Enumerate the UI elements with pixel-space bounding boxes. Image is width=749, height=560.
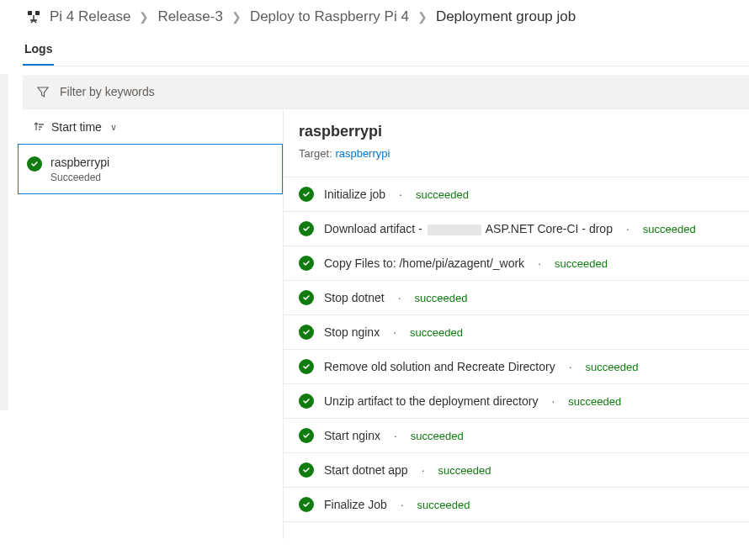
step-row[interactable]: Start nginx·succeeded xyxy=(284,419,749,453)
breadcrumb-item-0[interactable]: Pi 4 Release xyxy=(50,8,130,25)
success-icon xyxy=(299,462,314,478)
step-row[interactable]: Initialize job·succeeded xyxy=(284,177,749,212)
success-icon xyxy=(27,156,42,172)
success-icon xyxy=(299,290,314,305)
step-name: Download artifact - ASP.NET Core-CI - dr… xyxy=(324,222,613,235)
step-row[interactable]: Stop nginx·succeeded xyxy=(284,315,749,350)
step-row[interactable]: Stop dotnet·succeeded xyxy=(284,281,749,315)
separator-dot: · xyxy=(534,256,544,270)
step-name: Remove old solution and Recreate Directo… xyxy=(324,360,555,373)
success-icon xyxy=(299,187,314,202)
target-name: raspberrypi xyxy=(50,155,109,170)
step-status: succeeded xyxy=(568,395,621,408)
step-name: Start dotnet app xyxy=(324,463,408,477)
separator-dot: · xyxy=(548,394,558,408)
svg-rect-1 xyxy=(35,11,40,15)
svg-rect-0 xyxy=(28,11,32,15)
target-row[interactable]: raspberrypi Succeeded xyxy=(18,144,283,194)
chevron-right-icon: ❯ xyxy=(137,10,151,24)
sort-icon xyxy=(33,121,45,133)
chevron-down-icon: ∨ xyxy=(110,122,117,133)
step-name: Stop dotnet xyxy=(324,291,385,304)
success-icon xyxy=(299,394,314,409)
detail-title: raspberrypi xyxy=(299,123,734,140)
filter-icon xyxy=(36,85,50,98)
chevron-right-icon: ❯ xyxy=(230,10,243,24)
filter-input[interactable] xyxy=(60,85,736,98)
step-name: Unzip artifact to the deployment directo… xyxy=(324,394,538,408)
success-icon xyxy=(299,359,314,374)
detail-panel: raspberrypi Target: raspberrypi Initiali… xyxy=(284,109,749,539)
breadcrumb: Pi 4 Release ❯ Release-3 ❯ Deploy to Ras… xyxy=(23,0,749,32)
steps-list: Initialize job·succeededDownload artifac… xyxy=(284,177,749,522)
step-row[interactable]: Unzip artifact to the deployment directo… xyxy=(284,384,749,419)
success-icon xyxy=(299,497,314,512)
separator-dot: · xyxy=(390,325,400,339)
step-row[interactable]: Start dotnet app·succeeded xyxy=(284,453,749,488)
success-icon xyxy=(299,256,314,271)
step-row[interactable]: Download artifact - ASP.NET Core-CI - dr… xyxy=(284,212,749,246)
redacted-text xyxy=(428,225,481,235)
step-status: succeeded xyxy=(415,292,468,304)
step-status: succeeded xyxy=(438,464,491,477)
step-name: Copy Files to: /home/pi/azagent/_work xyxy=(324,256,524,270)
separator-dot: · xyxy=(418,463,428,477)
target-link[interactable]: raspberrypi xyxy=(335,147,390,160)
targets-panel: Start time ∨ raspberrypi Succeeded xyxy=(23,109,284,539)
separator-dot: · xyxy=(396,188,406,201)
step-status: succeeded xyxy=(555,257,608,270)
filter-bar[interactable] xyxy=(23,75,749,109)
tab-logs[interactable]: Logs xyxy=(23,37,54,66)
target-status: Succeeded xyxy=(50,172,109,183)
breadcrumb-item-3[interactable]: Deployment group job xyxy=(436,8,576,25)
step-name: Finalize Job xyxy=(324,498,387,511)
sort-label: Start time xyxy=(51,120,102,134)
step-name: Stop nginx xyxy=(324,325,380,339)
target-label: Target: xyxy=(299,147,332,160)
step-status: succeeded xyxy=(416,188,469,201)
release-icon xyxy=(26,9,41,24)
sort-button[interactable]: Start time ∨ xyxy=(23,109,283,145)
step-row[interactable]: Finalize Job·succeeded xyxy=(284,488,749,522)
success-icon xyxy=(299,325,314,340)
step-status: succeeded xyxy=(410,326,463,339)
step-row[interactable]: Copy Files to: /home/pi/azagent/_work·su… xyxy=(284,246,749,281)
breadcrumb-item-2[interactable]: Deploy to Raspberry Pi 4 xyxy=(250,8,409,25)
chevron-right-icon: ❯ xyxy=(416,10,429,24)
success-icon xyxy=(299,221,314,236)
step-row[interactable]: Remove old solution and Recreate Directo… xyxy=(284,350,749,384)
breadcrumb-item-1[interactable]: Release-3 xyxy=(157,8,223,25)
step-status: succeeded xyxy=(411,430,464,442)
tabs: Logs xyxy=(23,37,749,66)
left-scrollbar-gutter xyxy=(0,74,8,410)
step-name: Start nginx xyxy=(324,429,380,442)
separator-dot: · xyxy=(623,222,633,235)
success-icon xyxy=(299,428,314,443)
separator-dot: · xyxy=(397,498,407,511)
step-status: succeeded xyxy=(417,499,470,511)
separator-dot: · xyxy=(390,429,401,442)
separator-dot: · xyxy=(395,291,405,304)
step-status: succeeded xyxy=(643,223,696,235)
step-name: Initialize job xyxy=(324,188,385,201)
step-status: succeeded xyxy=(586,361,639,373)
separator-dot: · xyxy=(566,360,576,373)
